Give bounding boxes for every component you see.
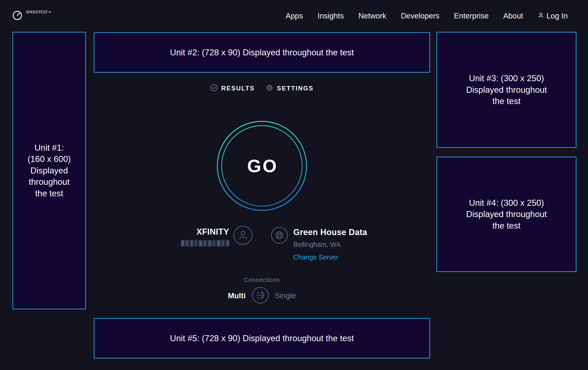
nav-enterprise[interactable]: Enterprise <box>454 11 489 20</box>
masked-ip <box>181 240 229 246</box>
person-circle-icon <box>233 226 253 246</box>
trademark: ™ <box>48 11 51 14</box>
ad-unit-2[interactable]: Unit #2: (728 x 90) Displayed throughout… <box>94 32 430 73</box>
nav-developers[interactable]: Developers <box>401 11 440 20</box>
isp-name: XFINITY <box>196 227 229 237</box>
isp-info: XFINITY <box>181 226 253 246</box>
nav-about[interactable]: About <box>503 11 523 20</box>
ad-unit-4[interactable]: Unit #4: (300 x 250) Displayed throughou… <box>437 157 577 272</box>
server-info: Green House Data Bellingham, WA Change S… <box>271 226 367 261</box>
speedtest-page: SPEEDTEST™ Apps Insights Network Develop… <box>0 0 588 370</box>
main-column: Unit #2: (728 x 90) Displayed throughout… <box>94 32 430 370</box>
multi-connection-icon[interactable] <box>252 287 269 305</box>
header: SPEEDTEST™ Apps Insights Network Develop… <box>0 0 588 32</box>
gauge-icon <box>12 10 23 22</box>
server-location: Bellingham, WA <box>293 241 341 249</box>
ad-unit-5[interactable]: Unit #5: (728 x 90) Displayed throughout… <box>94 318 430 359</box>
connections-label: Connections <box>94 276 430 283</box>
speedtest-logo[interactable]: SPEEDTEST™ <box>12 10 51 22</box>
logo-text: SPEEDTEST™ <box>26 10 51 15</box>
check-circle-icon <box>210 84 218 93</box>
multi-option[interactable]: Multi <box>228 291 246 300</box>
go-label: GO <box>216 120 307 211</box>
tabs-row: RESULTS SETTINGS <box>94 83 430 93</box>
single-option[interactable]: Single <box>275 291 296 300</box>
nav-network[interactable]: Network <box>358 11 386 20</box>
change-server-link[interactable]: Change Server <box>293 253 338 261</box>
globe-circle-icon <box>271 227 288 245</box>
connection-info-row: XFINITY <box>94 226 430 270</box>
user-icon <box>538 11 544 20</box>
gear-icon <box>265 83 274 93</box>
ad-unit-3[interactable]: Unit #3: (300 x 250) Displayed throughou… <box>437 32 577 148</box>
login-link[interactable]: Log In <box>538 11 568 20</box>
nav-apps[interactable]: Apps <box>286 11 303 20</box>
main-nav: Apps Insights Network Developers Enterpr… <box>286 11 568 20</box>
nav-insights[interactable]: Insights <box>317 11 344 20</box>
connection-mode-toggle: Multi Single <box>94 287 430 305</box>
tab-results[interactable]: RESULTS <box>210 83 255 93</box>
server-name: Green House Data <box>293 228 367 237</box>
ad-unit-1[interactable]: Unit #1: (160 x 600) Displayed throughou… <box>12 32 86 309</box>
tab-settings[interactable]: SETTINGS <box>265 83 314 93</box>
go-button[interactable]: GO <box>216 120 307 211</box>
